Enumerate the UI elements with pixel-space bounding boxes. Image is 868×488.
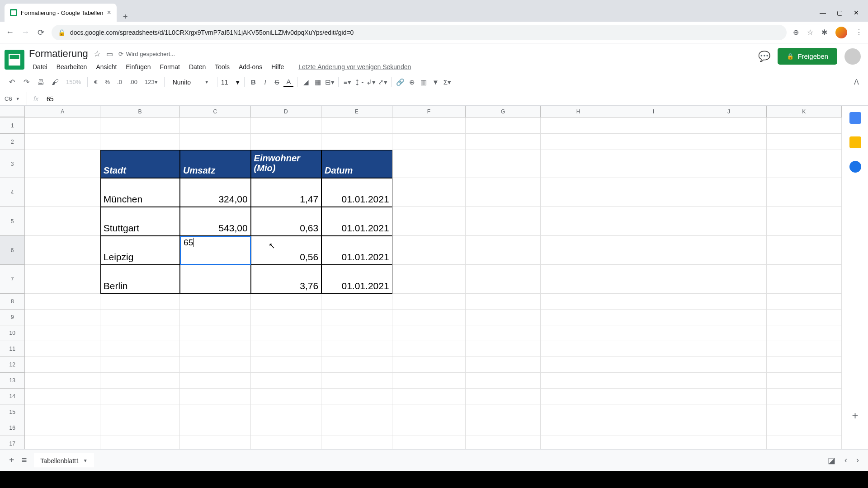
- cell[interactable]: [321, 341, 392, 357]
- sheet-nav-left-icon[interactable]: ‹: [844, 455, 847, 465]
- row-header[interactable]: 11: [0, 341, 25, 357]
- col-header-g[interactable]: G: [466, 106, 541, 117]
- cell[interactable]: [466, 178, 541, 207]
- cell[interactable]: [616, 117, 691, 134]
- cell[interactable]: [100, 325, 180, 341]
- cell[interactable]: Stuttgart: [100, 207, 180, 236]
- cell[interactable]: [691, 436, 766, 449]
- cell[interactable]: [691, 236, 766, 265]
- cell[interactable]: [392, 236, 466, 265]
- cell[interactable]: [616, 310, 691, 325]
- cell[interactable]: [541, 357, 616, 373]
- cell[interactable]: [691, 294, 766, 310]
- keep-icon[interactable]: [849, 136, 861, 148]
- cell[interactable]: [691, 404, 766, 420]
- row-header[interactable]: 2: [0, 134, 25, 150]
- cell[interactable]: [100, 357, 180, 373]
- print-icon[interactable]: 🖶: [34, 76, 47, 89]
- fill-color-icon[interactable]: ◢: [301, 77, 311, 87]
- cell[interactable]: [25, 357, 100, 373]
- link-icon[interactable]: 🔗: [395, 77, 405, 87]
- cell[interactable]: [541, 325, 616, 341]
- row-header[interactable]: 9: [0, 310, 25, 325]
- cell[interactable]: [321, 117, 392, 134]
- explore-icon[interactable]: ◪: [828, 455, 835, 465]
- cell[interactable]: [321, 404, 392, 420]
- cell[interactable]: [251, 310, 322, 325]
- last-edit-link[interactable]: Letzte Änderung vor wenigen Sekunden: [295, 61, 415, 72]
- star-icon[interactable]: ☆: [807, 28, 813, 37]
- row-header[interactable]: 15: [0, 404, 25, 420]
- cell[interactable]: [100, 404, 180, 420]
- cell[interactable]: [767, 404, 842, 420]
- cell[interactable]: [767, 389, 842, 404]
- kebab-menu-icon[interactable]: ⋮: [855, 28, 863, 37]
- cell[interactable]: [25, 389, 100, 404]
- paint-format-icon[interactable]: 🖌: [49, 76, 61, 89]
- cell[interactable]: [691, 150, 766, 178]
- wrap-icon[interactable]: ↲▾: [366, 77, 376, 87]
- browser-tab[interactable]: Formatierung - Google Tabellen ×: [5, 4, 117, 22]
- cell[interactable]: [25, 436, 100, 449]
- cell[interactable]: [691, 207, 766, 236]
- cell[interactable]: [392, 436, 466, 449]
- cell[interactable]: [392, 207, 466, 236]
- cell[interactable]: [691, 357, 766, 373]
- cell[interactable]: [100, 389, 180, 404]
- cell[interactable]: [541, 389, 616, 404]
- cell[interactable]: [321, 389, 392, 404]
- cell[interactable]: [691, 373, 766, 389]
- cell[interactable]: [616, 134, 691, 150]
- col-header-f[interactable]: F: [392, 106, 466, 117]
- doc-title[interactable]: Formatierung: [29, 48, 88, 60]
- h-align-icon[interactable]: ≡▾: [342, 77, 352, 87]
- tasks-icon[interactable]: [849, 161, 861, 173]
- add-sheet-icon[interactable]: +: [9, 455, 14, 465]
- cell[interactable]: [541, 436, 616, 449]
- cell[interactable]: [180, 373, 251, 389]
- extensions-icon[interactable]: ✱: [821, 28, 827, 37]
- more-formats-icon[interactable]: 123▾: [142, 79, 160, 85]
- cell[interactable]: [251, 373, 322, 389]
- cell[interactable]: [767, 134, 842, 150]
- cell[interactable]: Umsatz: [180, 150, 251, 178]
- cell[interactable]: [466, 117, 541, 134]
- select-all-corner[interactable]: [0, 106, 25, 117]
- cell[interactable]: [691, 310, 766, 325]
- cell[interactable]: [25, 178, 100, 207]
- row-header[interactable]: 13: [0, 373, 25, 389]
- cell[interactable]: 543,00: [180, 207, 251, 236]
- cell[interactable]: [767, 420, 842, 436]
- cell[interactable]: [691, 389, 766, 404]
- cell[interactable]: [691, 420, 766, 436]
- cell[interactable]: München: [100, 178, 180, 207]
- col-header-e[interactable]: E: [321, 106, 392, 117]
- cell[interactable]: [392, 373, 466, 389]
- reload-icon[interactable]: ⟳: [36, 28, 45, 38]
- cell[interactable]: [767, 178, 842, 207]
- menu-bearbeiten[interactable]: Bearbeiten: [53, 61, 91, 72]
- cell[interactable]: [541, 265, 616, 294]
- font-select[interactable]: Nunito▼: [168, 79, 213, 86]
- cell[interactable]: [251, 389, 322, 404]
- forward-icon[interactable]: →: [21, 28, 30, 37]
- cell[interactable]: [180, 404, 251, 420]
- cell[interactable]: [100, 310, 180, 325]
- cell[interactable]: 01.01.2021: [321, 178, 392, 207]
- cell[interactable]: [616, 207, 691, 236]
- cell[interactable]: [100, 373, 180, 389]
- cell[interactable]: [251, 134, 322, 150]
- cell[interactable]: [691, 134, 766, 150]
- row-header[interactable]: 10: [0, 325, 25, 341]
- cell[interactable]: [180, 389, 251, 404]
- zoom-select[interactable]: 150%: [63, 79, 84, 85]
- cell[interactable]: [100, 341, 180, 357]
- profile-avatar[interactable]: [835, 27, 847, 38]
- cell[interactable]: [541, 236, 616, 265]
- cell[interactable]: [100, 294, 180, 310]
- col-header-h[interactable]: H: [541, 106, 616, 117]
- cell[interactable]: 1,47: [251, 178, 322, 207]
- cell[interactable]: [321, 310, 392, 325]
- cell[interactable]: [541, 150, 616, 178]
- sheet-tab[interactable]: Tabellenblatt1▼: [34, 453, 94, 468]
